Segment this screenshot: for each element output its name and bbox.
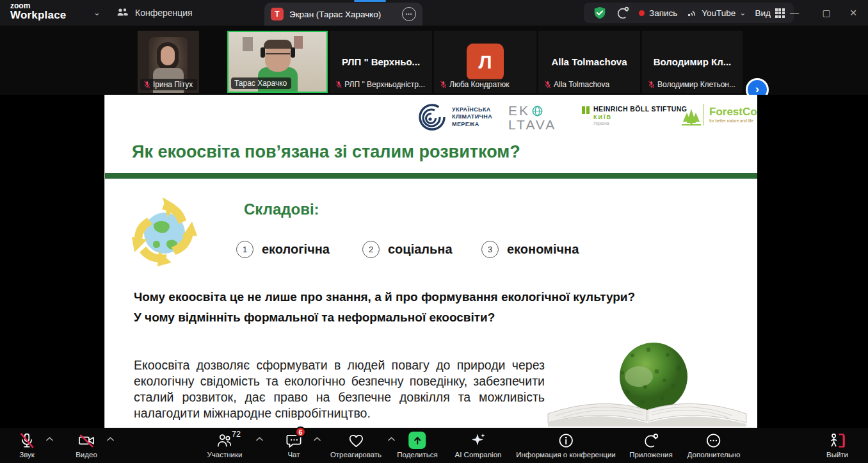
tab-options-icon[interactable]: •••: [402, 7, 416, 21]
video-label: Видео: [76, 451, 97, 459]
camera-muted-icon: [77, 432, 95, 449]
participant-hair: [264, 40, 292, 49]
apps-button[interactable]: Приложения: [629, 431, 672, 459]
security-shield-icon[interactable]: [593, 6, 607, 20]
number-circle: 1: [236, 241, 253, 258]
body-paragraph: Екоосвіта дозволяє сформувати в людей по…: [134, 357, 545, 421]
audio-options-chevron-up-icon[interactable]: [46, 437, 53, 441]
question-line-1: Чому екоосвіта це не лише про знання, а …: [134, 290, 635, 304]
participant-tile-alla[interactable]: Alla Tolmachova Alla Tolmachova: [538, 31, 640, 93]
recording-label: Запись: [649, 8, 677, 18]
participant-name-center: РЛП " Верхньо...: [338, 56, 424, 67]
video-button[interactable]: Видео: [76, 431, 97, 459]
logo-text: ForestCom: [709, 106, 757, 117]
recycle-globe-icon: [131, 196, 198, 268]
zoom-workplace-logo: zoom Workplace: [10, 2, 66, 20]
logo-forestcom: ForestCom for better nature and life: [677, 102, 757, 127]
question-line-2: У чому відмінніть формальної та неформал…: [134, 311, 495, 325]
logo-heinrich-boell: HEINRICH BÖLL STIFTUNG КИЇВ Україна: [582, 105, 687, 126]
react-button[interactable]: Отреагировать: [330, 431, 382, 459]
view-label: Вид: [755, 8, 770, 18]
meeting-status-group: Запись YouTube ⌄ Вид: [584, 3, 794, 23]
leave-meeting-icon: [828, 432, 846, 449]
component-label: соціальна: [388, 242, 453, 257]
tab-screen-share[interactable]: T Экран (Тарас Харачко) •••: [264, 3, 422, 26]
recording-dot-icon: [639, 10, 645, 16]
avatar: Л: [467, 44, 504, 81]
window-restore-button[interactable]: ▢: [812, 0, 841, 26]
participant-name-label: РЛП " Верхньодністр...: [332, 79, 430, 90]
leave-button[interactable]: Выйти: [826, 431, 848, 459]
participant-glasses: [266, 53, 290, 56]
session-apps-icon[interactable]: [616, 6, 630, 20]
component-label: екологічна: [262, 242, 330, 257]
logo-text: Україна: [593, 121, 687, 126]
wall-picture: [243, 37, 253, 51]
react-options-chevron-up-icon[interactable]: [388, 437, 395, 441]
muted-mic-icon: [440, 81, 447, 88]
more-button[interactable]: Дополнительно: [687, 431, 741, 459]
trees-icon: [677, 102, 705, 127]
window-minimize-button[interactable]: —: [780, 0, 809, 26]
video-options-chevron-up-icon[interactable]: [107, 437, 114, 441]
component-item-1: 1 екологічна: [236, 241, 330, 258]
titlebar: zoom Workplace ⌄ Конференция T Экран (Та…: [0, 0, 868, 26]
participant-face: [161, 46, 175, 65]
component-item-3: 3 економічна: [481, 241, 579, 258]
number-circle: 2: [362, 241, 380, 258]
share-screen-button[interactable]: Поделиться: [397, 431, 438, 459]
audio-button[interactable]: Звук: [19, 431, 35, 459]
window-close-button[interactable]: ✕: [839, 0, 868, 26]
participant-tile-rlp[interactable]: РЛП " Верхньо... РЛП " Верхньодністр...: [330, 31, 432, 93]
tab-conference[interactable]: Конференция: [108, 0, 202, 26]
logo-text: УКРАЇНСЬКА: [452, 106, 492, 113]
ai-sparkle-icon: [470, 432, 487, 449]
meeting-info-button[interactable]: Информация о конференции: [516, 431, 616, 459]
workspace-chevron-down-icon[interactable]: ⌄: [93, 8, 100, 17]
more-label: Дополнительно: [687, 451, 741, 459]
participant-filmstrip: Ірина Пітух Тарас Харачко РЛП " Верхньо.…: [0, 26, 868, 95]
logo-text: МЕРЕЖА: [452, 121, 492, 128]
people-icon: [117, 8, 129, 18]
muted-mic-icon: [544, 81, 551, 88]
participant-name-label: Ірина Пітух: [140, 79, 197, 90]
ai-companion-button[interactable]: AI Companion: [455, 431, 502, 459]
participant-tile-volodymyr[interactable]: Володимир Кл... Володимир Клетьон...: [642, 31, 743, 93]
tab-conference-label: Конференция: [135, 8, 193, 18]
participants-options-chevron-up-icon[interactable]: [256, 437, 263, 441]
presentation-slide: УКРАЇНСЬКА КЛІМАТИЧНА МЕРЕЖА EK LTAVA HE…: [104, 95, 757, 428]
participant-tile-irina[interactable]: Ірина Пітух: [138, 31, 199, 93]
shared-screen-stage: УКРАЇНСЬКА КЛІМАТИЧНА МЕРЕЖА EK LTAVA HE…: [0, 95, 868, 428]
participant-name-label: Володимир Клетьон...: [645, 79, 740, 90]
logo-tagline: for better nature and life: [709, 118, 757, 123]
info-icon: [558, 432, 574, 449]
components-heading: Складові:: [244, 200, 319, 218]
spiral-logo-icon: [417, 102, 447, 132]
chat-unread-badge: 6: [295, 426, 306, 437]
participants-label: Участники: [207, 451, 243, 459]
headset-earcup: [291, 47, 295, 58]
participant-tile-lyuba[interactable]: Л Люба Кондратюк: [434, 31, 536, 93]
youtube-label: YouTube: [702, 8, 735, 18]
number-circle: 3: [481, 241, 499, 258]
logo-text: LTAVA: [508, 118, 556, 132]
green-bars-icon: [582, 105, 590, 126]
chat-options-chevron-up-icon[interactable]: [314, 437, 321, 441]
logo-ekoltava: EK LTAVA: [508, 104, 556, 132]
chat-label: Чат: [287, 451, 300, 459]
youtube-stream-control[interactable]: YouTube ⌄: [686, 8, 746, 18]
logo-ukrainian-climate-network: УКРАЇНСЬКА КЛІМАТИЧНА МЕРЕЖА: [417, 102, 492, 132]
recording-indicator[interactable]: Запись: [639, 8, 677, 18]
headset-earcup: [261, 47, 265, 58]
muted-mic-icon: [648, 81, 655, 88]
chat-button[interactable]: 6 Чат: [285, 431, 302, 459]
participant-tile-taras[interactable]: Тарас Харачко: [227, 31, 328, 93]
youtube-chevron-down-icon: ⌄: [739, 8, 746, 17]
muted-mic-icon: [335, 81, 342, 88]
wall-picture: [294, 36, 303, 49]
participants-button[interactable]: 72 Участники: [207, 431, 243, 459]
component-label: економічна: [507, 242, 579, 257]
slide-title: Як екоосвіта пов’язана зі сталим розвитк…: [132, 142, 520, 162]
participant-name-label: Люба Кондратюк: [437, 79, 514, 90]
ai-companion-label: AI Companion: [455, 451, 502, 459]
